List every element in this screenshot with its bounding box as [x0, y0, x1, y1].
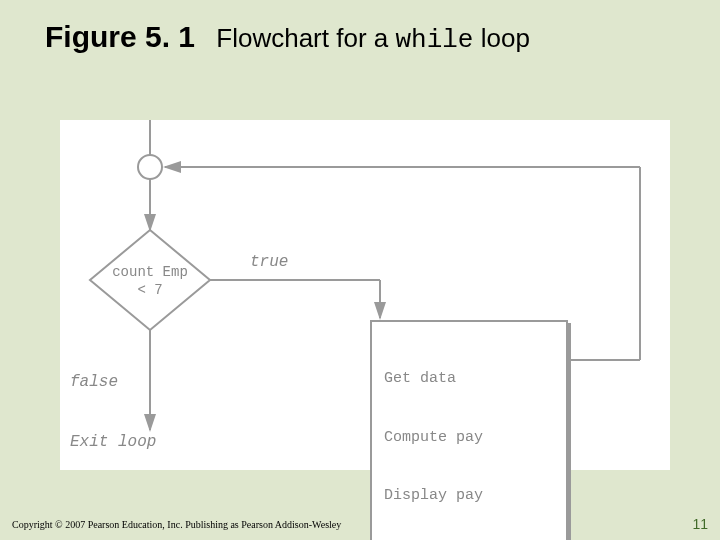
- copyright-text: Copyright © 2007 Pearson Education, Inc.…: [12, 519, 341, 530]
- page-number: 11: [692, 516, 708, 532]
- exit-label: Exit loop: [70, 432, 156, 452]
- process-line1: Get data: [384, 369, 554, 389]
- decision-line2: < 7: [100, 282, 200, 300]
- caption-mono: while: [395, 25, 473, 55]
- caption-prefix: Flowchart for a: [216, 23, 395, 53]
- process-line2: Compute pay: [384, 428, 554, 448]
- slide: Figure 5. 1 Flowchart for a while loop: [0, 0, 720, 540]
- true-label: true: [250, 252, 288, 272]
- caption-suffix: loop: [473, 23, 529, 53]
- figure-number: Figure 5. 1: [45, 20, 195, 53]
- decision-line1: count Emp: [100, 264, 200, 282]
- connector-node: [138, 155, 162, 179]
- process-line3: Display pay: [384, 486, 554, 506]
- figure-title: Figure 5. 1 Flowchart for a while loop: [45, 20, 530, 55]
- false-label: false: [70, 372, 118, 392]
- process-box: Get data Compute pay Display pay Increas…: [370, 320, 568, 540]
- decision-text: count Emp < 7: [100, 264, 200, 299]
- flowchart-canvas: count Emp < 7 true false Exit loop Get d…: [60, 120, 670, 470]
